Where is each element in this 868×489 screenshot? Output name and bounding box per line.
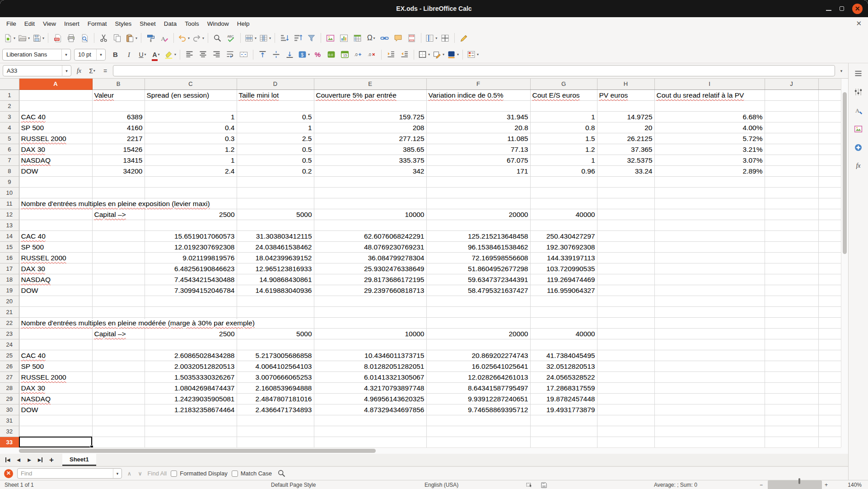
conditional-formatting-button[interactable]: ▾ bbox=[466, 48, 480, 61]
cell[interactable] bbox=[237, 198, 314, 209]
cell[interactable]: 1 bbox=[145, 111, 237, 122]
cell[interactable]: 4.87329434697856 bbox=[314, 404, 426, 415]
cell[interactable] bbox=[597, 339, 654, 350]
cell[interactable] bbox=[426, 426, 530, 437]
cell[interactable]: 13415 bbox=[92, 155, 145, 165]
menu-tools[interactable]: Tools bbox=[181, 17, 203, 30]
next-sheet-button[interactable]: ▶ bbox=[24, 455, 34, 465]
clone-formatting-button[interactable] bbox=[144, 32, 157, 45]
cell[interactable]: 116.959064327 bbox=[530, 285, 597, 296]
highlighting-color-dropdown-icon[interactable]: ▾ bbox=[174, 52, 176, 56]
cell[interactable] bbox=[765, 89, 818, 100]
cell[interactable]: 59.6347372344391 bbox=[426, 274, 530, 285]
cell[interactable] bbox=[19, 100, 92, 111]
cell[interactable] bbox=[818, 241, 841, 252]
cell[interactable] bbox=[597, 361, 654, 371]
cell[interactable] bbox=[765, 317, 818, 328]
center-vertically-button[interactable] bbox=[270, 48, 283, 61]
cell[interactable] bbox=[530, 306, 597, 317]
sidebar-styles-button[interactable]: A bbox=[852, 104, 865, 117]
cell[interactable]: 4.00% bbox=[654, 122, 765, 133]
cell[interactable]: 7.45434215430488 bbox=[145, 274, 237, 285]
cell[interactable]: 6.01413321305067 bbox=[314, 371, 426, 382]
cell[interactable] bbox=[765, 437, 818, 447]
cell[interactable] bbox=[818, 274, 841, 285]
menu-view[interactable]: View bbox=[39, 17, 60, 30]
cell[interactable] bbox=[92, 350, 145, 361]
cell[interactable] bbox=[765, 241, 818, 252]
cell[interactable]: DAX 30 bbox=[19, 382, 92, 393]
redo-dropdown-icon[interactable]: ▾ bbox=[202, 36, 204, 40]
row-header-30[interactable]: 30 bbox=[0, 404, 19, 415]
checkbox-icon[interactable] bbox=[171, 470, 177, 477]
expand-formula-bar-icon[interactable]: ▾ bbox=[837, 69, 845, 73]
cell[interactable] bbox=[765, 220, 818, 230]
cell[interactable]: Spread (en session) bbox=[145, 89, 237, 100]
cell[interactable] bbox=[654, 296, 765, 306]
cell[interactable] bbox=[654, 426, 765, 437]
cell[interactable]: 14.619883040936 bbox=[237, 285, 314, 296]
row-header-23[interactable]: 23 bbox=[0, 328, 19, 339]
cell[interactable] bbox=[597, 328, 654, 339]
cell[interactable] bbox=[818, 339, 841, 350]
cell[interactable]: 24.038461538462 bbox=[237, 241, 314, 252]
cell[interactable]: 31.303803412115 bbox=[237, 230, 314, 241]
cell[interactable] bbox=[19, 426, 92, 437]
cell[interactable] bbox=[92, 176, 145, 187]
new-dropdown-icon[interactable]: ▾ bbox=[14, 36, 15, 40]
cell[interactable] bbox=[597, 100, 654, 111]
cell[interactable]: CAC 40 bbox=[19, 111, 92, 122]
cell[interactable] bbox=[145, 220, 237, 230]
cell[interactable] bbox=[597, 371, 654, 382]
cell[interactable] bbox=[818, 165, 841, 176]
cell[interactable]: 32.5375 bbox=[597, 155, 654, 165]
cell[interactable] bbox=[818, 187, 841, 198]
cell[interactable] bbox=[654, 393, 765, 404]
cell[interactable] bbox=[237, 339, 314, 350]
cell[interactable]: PV euros bbox=[597, 89, 654, 100]
column-button[interactable]: ▾ bbox=[258, 32, 272, 45]
column-header-trailing[interactable] bbox=[818, 79, 841, 89]
titlebar[interactable]: EX.ods - LibreOffice Calc ✕ bbox=[0, 0, 868, 17]
undo-button[interactable]: ▾ bbox=[177, 32, 191, 45]
row-header-20[interactable]: 20 bbox=[0, 296, 19, 306]
cell[interactable] bbox=[654, 306, 765, 317]
row-header-5[interactable]: 5 bbox=[0, 133, 19, 144]
close-icon[interactable]: ✕ bbox=[852, 4, 863, 14]
row-button[interactable]: ▾ bbox=[243, 32, 257, 45]
cell[interactable] bbox=[765, 122, 818, 133]
cell[interactable] bbox=[92, 382, 145, 393]
sidebar-sidebar-settings-button[interactable] bbox=[852, 67, 865, 80]
cell[interactable] bbox=[654, 437, 765, 447]
row-header-12[interactable]: 12 bbox=[0, 209, 19, 220]
insert-comment-button[interactable] bbox=[392, 32, 405, 45]
format-as-percent-button[interactable]: % bbox=[311, 48, 324, 61]
cell[interactable] bbox=[92, 404, 145, 415]
cell[interactable]: 2.4366471734893 bbox=[237, 404, 314, 415]
cell[interactable] bbox=[145, 100, 237, 111]
cell[interactable]: 10000 bbox=[314, 209, 426, 220]
cell[interactable] bbox=[654, 209, 765, 220]
cell[interactable]: 18.042399639152 bbox=[237, 252, 314, 263]
cell[interactable] bbox=[654, 404, 765, 415]
cell[interactable] bbox=[92, 252, 145, 263]
horizontal-scrollbar-thumb[interactable] bbox=[19, 449, 376, 453]
cell[interactable]: 2.89% bbox=[654, 165, 765, 176]
column-header-E[interactable]: E bbox=[314, 79, 426, 89]
undo-dropdown-icon[interactable]: ▾ bbox=[188, 36, 190, 40]
cell[interactable] bbox=[597, 176, 654, 187]
cell[interactable]: 14.9725 bbox=[597, 111, 654, 122]
match-case-checkbox[interactable]: Match Case bbox=[232, 470, 272, 477]
export-pdf-button[interactable]: PDF bbox=[51, 32, 64, 45]
cut-button[interactable] bbox=[97, 32, 110, 45]
row-header-16[interactable]: 16 bbox=[0, 252, 19, 263]
cell[interactable] bbox=[314, 426, 426, 437]
cell[interactable] bbox=[654, 285, 765, 296]
cell[interactable]: 40000 bbox=[530, 209, 597, 220]
cell[interactable] bbox=[654, 371, 765, 382]
cell[interactable] bbox=[597, 230, 654, 241]
cell[interactable] bbox=[426, 317, 530, 328]
sidebar-navigator-button[interactable] bbox=[852, 141, 865, 154]
cell[interactable]: 2.4 bbox=[145, 165, 237, 176]
row-header-9[interactable]: 9 bbox=[0, 176, 19, 187]
